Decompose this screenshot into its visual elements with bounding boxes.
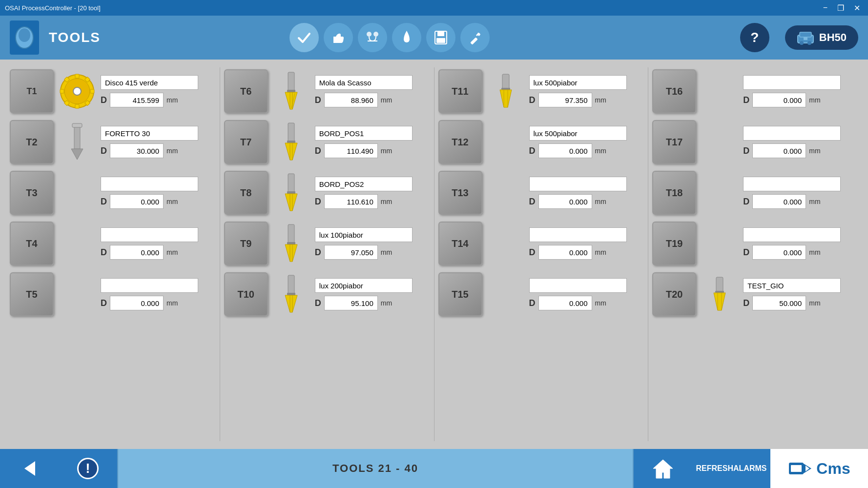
- tool-name-t13[interactable]: [529, 177, 627, 191]
- tool-button-t10[interactable]: T10: [224, 272, 268, 316]
- tool-name-t15[interactable]: [529, 278, 627, 293]
- tool-button-t20[interactable]: T20: [652, 272, 696, 316]
- tool-d-row-t8: D mm: [315, 194, 430, 209]
- svg-rect-53: [716, 277, 723, 292]
- tool-d-t12[interactable]: [538, 143, 592, 158]
- thumb-button[interactable]: [324, 23, 353, 52]
- tool-d-t8[interactable]: [324, 194, 378, 209]
- tool-name-t14[interactable]: [529, 227, 627, 242]
- machine-button[interactable]: BH50: [785, 25, 858, 50]
- tool-d-t7[interactable]: [324, 143, 378, 158]
- tool-d-t13[interactable]: [538, 194, 592, 209]
- cms-text-label: Cms: [816, 460, 850, 478]
- home-button[interactable]: [634, 449, 692, 488]
- tool-d-t4[interactable]: [110, 245, 164, 260]
- flow-icon: [365, 30, 380, 45]
- tool-name-t20[interactable]: [743, 278, 841, 293]
- tool-button-t17[interactable]: T17: [652, 120, 696, 164]
- tool-button-t9[interactable]: T9: [224, 222, 268, 265]
- tool-name-t19[interactable]: [743, 227, 841, 242]
- tool-icon-t12: [486, 122, 525, 163]
- tool-icon-t18: [700, 172, 739, 214]
- tool-name-t9[interactable]: [315, 227, 413, 242]
- tool-button-t14[interactable]: T14: [438, 222, 482, 265]
- tools-next-button[interactable]: TOOLS 21 - 40: [117, 449, 634, 488]
- tool-name-t7[interactable]: [315, 126, 413, 141]
- tool-button-t12[interactable]: T12: [438, 120, 482, 164]
- help-button[interactable]: ?: [740, 23, 769, 52]
- tool-info-t6: D mm: [315, 75, 430, 107]
- tool-button-t4[interactable]: T4: [10, 222, 54, 265]
- svg-rect-45: [288, 275, 294, 294]
- tool-name-t3[interactable]: [101, 177, 198, 191]
- flow-button[interactable]: [358, 23, 387, 52]
- d-label-t13: D: [529, 197, 536, 207]
- tool-d-t10[interactable]: [324, 296, 378, 310]
- d-label-t7: D: [315, 146, 321, 156]
- tool-d-t11[interactable]: [538, 93, 592, 107]
- alert-circle: !: [77, 458, 99, 479]
- check-button[interactable]: [289, 23, 319, 52]
- tool-d-row-t14: D mm: [529, 245, 644, 260]
- tool-name-t16[interactable]: [743, 75, 841, 90]
- wrench-button[interactable]: [460, 23, 490, 52]
- close-button[interactable]: ✕: [851, 2, 863, 14]
- tool-d-t19[interactable]: [752, 245, 806, 260]
- d-unit-t14: mm: [595, 248, 606, 256]
- tool-button-t16[interactable]: T16: [652, 69, 696, 113]
- d-unit-t10: mm: [381, 299, 392, 307]
- tool-button-t13[interactable]: T13: [438, 171, 482, 215]
- refresh-label: REFRESH: [696, 464, 733, 474]
- tool-name-t8[interactable]: [315, 177, 413, 191]
- check-icon: [296, 30, 312, 45]
- tool-button-t1[interactable]: T1: [10, 69, 54, 113]
- tool-name-t2[interactable]: [101, 126, 198, 141]
- tool-name-t6[interactable]: [315, 75, 413, 90]
- tool-d-t5[interactable]: [110, 296, 164, 310]
- tool-d-t15[interactable]: [538, 296, 592, 310]
- d-unit-t3: mm: [166, 198, 178, 205]
- tool-button-t5[interactable]: T5: [10, 272, 54, 316]
- tool-button-t15[interactable]: T15: [438, 272, 482, 316]
- tool-d-t6[interactable]: [324, 93, 378, 107]
- drop-button[interactable]: [392, 23, 421, 52]
- tool-button-t18[interactable]: T18: [652, 171, 696, 215]
- tool-name-t4[interactable]: [101, 227, 198, 242]
- tool-button-t7[interactable]: T7: [224, 120, 268, 164]
- save-button[interactable]: [426, 23, 455, 52]
- tool-d-t18[interactable]: [752, 194, 806, 209]
- tool-d-t17[interactable]: [752, 143, 806, 158]
- d-unit-t15: mm: [595, 299, 606, 307]
- tool-button-t2[interactable]: T2: [10, 120, 54, 164]
- tool-button-t3[interactable]: T3: [10, 171, 54, 215]
- tool-name-t10[interactable]: [315, 278, 413, 293]
- tool-d-t2[interactable]: [110, 143, 164, 158]
- cms-button[interactable]: Cms: [770, 449, 868, 488]
- d-unit-t20: mm: [809, 299, 820, 307]
- refresh-alarms-button[interactable]: REFRESH ALARMS: [692, 449, 770, 488]
- tool-name-t11[interactable]: [529, 75, 627, 90]
- tool-d-row-t7: D mm: [315, 143, 430, 158]
- tool-d-t16[interactable]: [752, 93, 806, 107]
- tool-d-t14[interactable]: [538, 245, 592, 260]
- tool-d-t20[interactable]: [752, 296, 806, 310]
- tool-name-t12[interactable]: [529, 126, 627, 141]
- tool-name-t1[interactable]: [101, 75, 198, 90]
- minimize-button[interactable]: −: [820, 2, 830, 14]
- restore-button[interactable]: ❐: [834, 2, 847, 14]
- tool-d-t9[interactable]: [324, 245, 378, 260]
- tool-name-t17[interactable]: [743, 126, 841, 141]
- tool-button-t8[interactable]: T8: [224, 171, 268, 215]
- svg-rect-7: [436, 38, 445, 43]
- d-label-t9: D: [315, 247, 321, 258]
- tool-d-row-t12: D mm: [529, 143, 644, 158]
- alert-button[interactable]: !: [59, 449, 117, 488]
- tool-button-t11[interactable]: T11: [438, 69, 482, 113]
- tool-button-t6[interactable]: T6: [224, 69, 268, 113]
- tool-name-t5[interactable]: [101, 278, 198, 293]
- tool-d-t3[interactable]: [110, 194, 164, 209]
- back-button[interactable]: [0, 449, 59, 488]
- tool-button-t19[interactable]: T19: [652, 222, 696, 265]
- tool-name-t18[interactable]: [743, 177, 841, 191]
- tool-d-t1[interactable]: [110, 93, 164, 107]
